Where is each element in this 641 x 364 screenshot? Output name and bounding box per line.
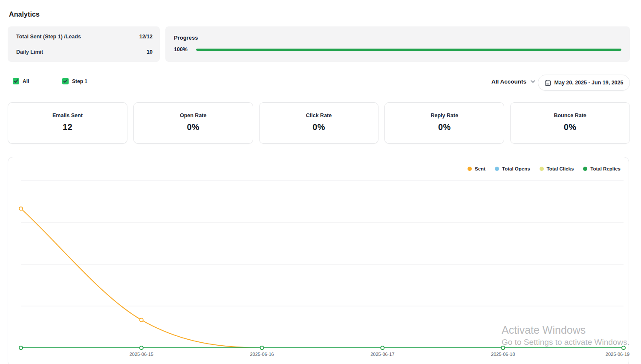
checkmark-icon [14,79,18,83]
line-chart: 2025-06-152025-06-162025-06-172025-06-18… [8,157,629,364]
chart-legend: Sent Total Opens Total Clicks Total Repl… [468,166,621,171]
stat-label: Reply Rate [430,113,458,118]
accounts-dropdown-label: All Accounts [491,78,526,85]
legend-label: Total Clicks [547,166,574,171]
summary-row-total-sent: Total Sent (Step 1) /Leads 12/12 [16,33,153,40]
summary-card: Total Sent (Step 1) /Leads 12/12 Daily L… [8,26,160,62]
date-range-button[interactable]: May 20, 2025 - Jun 19, 2025 [538,75,630,91]
svg-text:2025-06-18: 2025-06-18 [491,352,515,357]
legend-label: Total Opens [502,166,530,171]
checkbox-step1-box[interactable] [62,78,69,84]
stat-card-emails-sent: Emails Sent 12 [8,102,127,144]
stat-label: Emails Sent [52,113,83,118]
total-sent-label: Total Sent (Step 1) /Leads [16,34,81,40]
svg-text:2025-06-17: 2025-06-17 [370,352,394,357]
stat-card-open-rate: Open Rate 0% [133,102,253,144]
stat-value: 0% [564,122,577,132]
legend-dot-sent [468,167,472,171]
stat-value: 0% [312,122,325,132]
calendar-icon [545,80,551,86]
checkmark-icon [63,79,68,83]
progress-percent-label: 100% [174,46,196,52]
total-sent-value: 12/12 [139,34,153,40]
stats-row: Emails Sent 12 Open Rate 0% Click Rate 0… [8,102,630,144]
page-title: Analytics [9,11,40,18]
stat-label: Bounce Rate [554,113,586,118]
svg-text:2025-06-15: 2025-06-15 [130,352,153,357]
stat-card-reply-rate: Reply Rate 0% [384,102,504,144]
date-range-label: May 20, 2025 - Jun 19, 2025 [554,80,624,86]
progress-bar-fill [196,49,621,51]
legend-label: Sent [475,166,485,171]
progress-row: 100% [174,46,621,52]
stat-card-click-rate: Click Rate 0% [259,102,379,144]
stat-label: Open Rate [180,113,207,118]
legend-dot-total-replies [583,167,587,171]
legend-dot-total-clicks [540,167,544,171]
stat-value: 12 [63,122,72,132]
checkbox-all-box[interactable] [13,78,19,84]
legend-item-total-opens[interactable]: Total Opens [495,166,530,171]
chevron-down-icon [531,80,535,83]
legend-item-sent[interactable]: Sent [468,166,485,171]
daily-limit-value: 10 [147,49,153,55]
checkbox-all[interactable]: All [13,78,29,84]
legend-item-total-replies[interactable]: Total Replies [583,166,621,171]
checkbox-step1-label: Step 1 [72,78,87,84]
accounts-dropdown[interactable]: All Accounts [491,78,535,85]
progress-card: Progress 100% [165,26,630,62]
progress-bar [196,49,621,51]
summary-row-daily-limit: Daily Limit 10 [16,48,153,55]
daily-limit-label: Daily Limit [16,49,43,55]
stat-label: Click Rate [306,113,332,118]
stat-value: 0% [438,122,451,132]
legend-item-total-clicks[interactable]: Total Clicks [540,166,574,171]
legend-label: Total Replies [590,166,621,171]
svg-text:2025-06-16: 2025-06-16 [250,352,274,357]
stat-card-bounce-rate: Bounce Rate 0% [510,102,630,144]
stat-value: 0% [187,122,199,132]
checkbox-step1[interactable]: Step 1 [62,78,87,84]
progress-title: Progress [174,35,621,41]
checkbox-all-label: All [23,78,29,84]
legend-dot-total-opens [495,167,499,171]
svg-text:2025-06-19: 2025-06-19 [606,352,629,357]
chart-card: 2025-06-152025-06-162025-06-172025-06-18… [8,157,629,364]
